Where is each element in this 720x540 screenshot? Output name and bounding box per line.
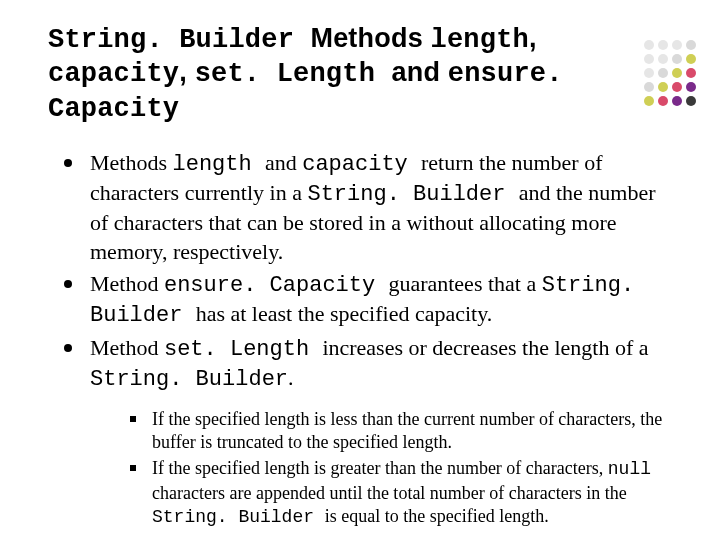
- dot-icon: [644, 82, 654, 92]
- dot-icon: [686, 40, 696, 50]
- main-bullet-list: Methods length and capacity return the n…: [48, 149, 672, 528]
- dot-icon: [658, 40, 668, 50]
- dot-icon: [644, 54, 654, 64]
- dot-icon: [686, 54, 696, 64]
- dot-icon: [644, 68, 654, 78]
- dot-icon: [672, 68, 682, 78]
- dot-icon: [644, 40, 654, 50]
- dot-icon: [672, 82, 682, 92]
- sub-bullet-item: If the specified length is greater than …: [130, 457, 668, 528]
- dot-icon: [686, 68, 696, 78]
- dot-icon: [658, 68, 668, 78]
- corner-dots-decoration: [644, 40, 698, 108]
- bullet-item: Method ensure. Capacity guarantees that …: [64, 270, 668, 330]
- slide: String. Builder Methods length, capacity…: [0, 0, 720, 540]
- dot-icon: [686, 96, 696, 106]
- slide-title: String. Builder Methods length, capacity…: [48, 22, 672, 125]
- bullet-item: Method set. Length increases or decrease…: [64, 334, 668, 528]
- dot-icon: [686, 82, 696, 92]
- dot-icon: [658, 82, 668, 92]
- sub-bullet-item: If the specified length is less than the…: [130, 408, 668, 454]
- dot-icon: [644, 96, 654, 106]
- dot-icon: [672, 40, 682, 50]
- dot-icon: [672, 54, 682, 64]
- dot-icon: [672, 96, 682, 106]
- sub-bullet-list: If the specified length is less than the…: [90, 408, 668, 528]
- dot-icon: [658, 54, 668, 64]
- bullet-item: Methods length and capacity return the n…: [64, 149, 668, 266]
- dot-icon: [658, 96, 668, 106]
